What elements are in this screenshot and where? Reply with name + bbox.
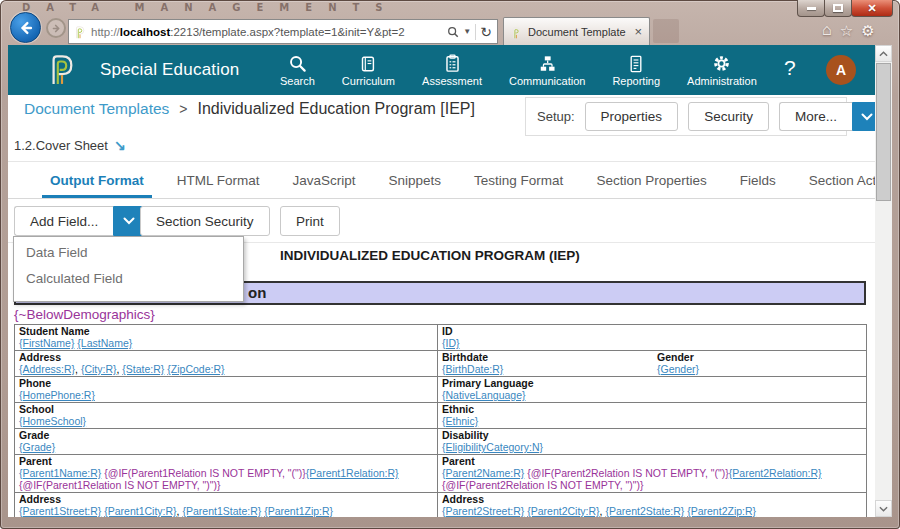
settings-gear-icon[interactable]: ⚙: [861, 23, 874, 38]
template-field-link[interactable]: {ZipCode:R}: [167, 363, 224, 375]
new-tab-button[interactable]: [653, 19, 679, 43]
refresh-icon[interactable]: ↻: [480, 25, 492, 39]
tab-output-format[interactable]: Output Format: [42, 162, 152, 198]
field-label: ID: [442, 325, 862, 337]
field-value: {Parent2Street:R} {Parent2City:R}, {Pare…: [442, 505, 862, 517]
template-field-link[interactable]: {Parent2State:R}: [605, 505, 684, 517]
nav-item-assessment[interactable]: Assessment: [422, 45, 482, 95]
add-field-button[interactable]: Add Field...: [14, 206, 113, 236]
template-field-link[interactable]: {Grade}: [19, 441, 55, 453]
template-field-link[interactable]: {Parent2Relation:R}: [729, 467, 822, 479]
table-row: Phone{HomePhone:R}Primary Language{Nativ…: [15, 377, 867, 403]
template-field-link[interactable]: {HomePhone:R}: [19, 389, 95, 401]
user-avatar[interactable]: A: [826, 55, 856, 85]
tab-section-actions[interactable]: Section Actions: [801, 162, 875, 198]
nav-item-reporting[interactable]: Reporting: [612, 45, 660, 95]
content-panel: Special Education SearchCurriculumAssess…: [8, 45, 875, 517]
nav-item-communication[interactable]: Communication: [509, 45, 585, 95]
forward-button[interactable]: [46, 18, 66, 38]
browser-tab[interactable]: Document Template Setup ... ×: [503, 17, 650, 45]
tab-html-format[interactable]: HTML Format: [169, 162, 268, 198]
breadcrumb-link-document-templates[interactable]: Document Templates: [24, 100, 169, 118]
tab-testing-format[interactable]: Testing Format: [466, 162, 571, 198]
template-field-link[interactable]: {Parent2Zip:R}: [687, 505, 756, 517]
address-dropdown-icon[interactable]: ▼: [463, 27, 471, 36]
tab-section-properties[interactable]: Section Properties: [588, 162, 714, 198]
setup-properties-button[interactable]: Properties: [585, 102, 679, 131]
field-label: Primary Language: [442, 377, 862, 389]
field-label: Birthdate: [442, 351, 657, 363]
browser-window: DATA MANAGEMENTS ✕ http://localhost:2213…: [0, 0, 900, 529]
template-field-link[interactable]: {State:R}: [122, 363, 164, 375]
menu-item-data-field[interactable]: Data Field: [14, 237, 243, 263]
tab-close-icon[interactable]: ×: [634, 25, 642, 38]
help-button[interactable]: ?: [784, 56, 796, 80]
scroll-down-button[interactable]: [875, 500, 892, 517]
template-field-link[interactable]: {Parent1Relation:R}: [306, 467, 399, 479]
tabs-list: Output FormatHTML FormatJavaScriptSnippe…: [8, 162, 875, 199]
favorites-star-icon[interactable]: ☆: [840, 23, 853, 38]
nav-item-label: Search: [280, 75, 315, 87]
template-field-link[interactable]: {Parent2City:R}: [527, 505, 599, 517]
template-field-link[interactable]: {Parent1Name:R}: [19, 467, 101, 479]
field-label: Ethnic: [442, 403, 862, 415]
vertical-scrollbar[interactable]: [875, 45, 892, 517]
template-field-link[interactable]: {Parent1Zip:R}: [264, 505, 333, 517]
search-icon[interactable]: [447, 26, 459, 38]
scroll-up-button[interactable]: [875, 45, 892, 62]
nav-item-label: Administration: [687, 75, 757, 87]
template-field-link[interactable]: {BirthDate:R}: [442, 363, 503, 375]
more-chevron-button[interactable]: [852, 102, 875, 131]
field-value: {Grade}: [19, 441, 433, 453]
powerschool-favicon: [511, 25, 522, 38]
nav-item-curriculum[interactable]: Curriculum: [342, 45, 395, 95]
template-field-link[interactable]: {Parent1Street:R}: [19, 505, 101, 517]
scrollbar-thumb[interactable]: [876, 63, 891, 201]
template-field-link[interactable]: {Address:R}: [19, 363, 75, 375]
template-tag: {~BelowDemographics}: [14, 307, 155, 322]
field-value: {ID}: [442, 337, 862, 349]
template-expression: {@IF(Parent1Relation IS NOT EMPTY, ")")}: [19, 479, 221, 491]
field-value: {Parent2Name:R} {@IF(Parent2Relation IS …: [442, 467, 862, 491]
template-field-link[interactable]: {Gender}: [657, 363, 699, 375]
field-label: Address: [19, 493, 433, 505]
template-field-link[interactable]: {Parent2Street:R}: [442, 505, 524, 517]
minimize-button[interactable]: [797, 0, 825, 17]
template-field-link[interactable]: {EligibilityCategory:N}: [442, 441, 543, 453]
communication-icon: [538, 53, 557, 73]
template-field-link[interactable]: {Parent2Name:R}: [442, 467, 524, 479]
setup-buttons: PropertiesSecurity: [585, 102, 769, 131]
home-icon[interactable]: ⌂: [822, 22, 832, 38]
tab-fields[interactable]: Fields: [732, 162, 784, 198]
template-field-link[interactable]: {Ethnic}: [442, 415, 478, 427]
template-field-link[interactable]: {Parent1City:R}: [104, 505, 176, 517]
table-cell: Address{Address:R}, {City:R}, {State:R} …: [15, 351, 438, 377]
tab-javascript[interactable]: JavaScript: [285, 162, 364, 198]
powerschool-logo: [48, 52, 76, 86]
template-field-link[interactable]: {FirstName}: [19, 337, 74, 349]
nav-item-administration[interactable]: Administration: [687, 45, 757, 95]
back-button[interactable]: [10, 12, 41, 43]
window-controls: ✕: [798, 0, 893, 17]
template-field-link[interactable]: {HomeSchool}: [19, 415, 86, 427]
maximize-button[interactable]: [824, 0, 852, 17]
more-split-button: More...: [779, 102, 875, 131]
template-field-link[interactable]: {LastName}: [77, 337, 132, 349]
section-link-cover-sheet[interactable]: 1.2.Cover Sheet ↘: [14, 137, 126, 153]
template-field-link[interactable]: {City:R}: [81, 363, 117, 375]
template-field: Grade{Grade}: [19, 429, 433, 453]
template-field-link[interactable]: {Parent1State:R}: [182, 505, 261, 517]
close-button[interactable]: ✕: [851, 0, 893, 17]
nav-item-search[interactable]: Search: [280, 45, 315, 95]
more-button[interactable]: More...: [779, 102, 852, 131]
tab-snippets[interactable]: Snippets: [381, 162, 450, 198]
section-security-button[interactable]: Section Security: [140, 206, 270, 236]
template-field-link[interactable]: {NativeLanguage}: [442, 389, 526, 401]
template-field: Phone{HomePhone:R}: [19, 377, 433, 401]
template-field-link[interactable]: {ID}: [442, 337, 460, 349]
menu-item-calculated-field[interactable]: Calculated Field: [14, 263, 243, 289]
setup-security-button[interactable]: Security: [688, 102, 769, 131]
minimize-icon: [807, 7, 816, 10]
address-bar[interactable]: http://localhost:2213/template.aspx?temp…: [68, 19, 498, 44]
print-button[interactable]: Print: [280, 206, 340, 236]
